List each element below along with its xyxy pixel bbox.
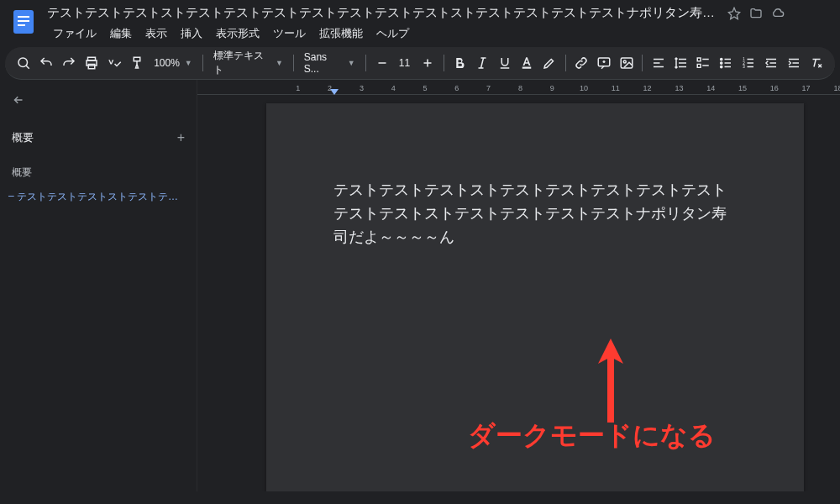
text-color-icon[interactable] [517,52,538,74]
menu-extensions[interactable]: 拡張機能 [313,24,369,44]
ruler-number: 15 [738,84,747,92]
cloud-status-icon[interactable] [771,7,785,20]
ruler-number: 16 [770,84,779,92]
ruler-number: 1 [296,84,300,92]
line-spacing-icon[interactable] [670,52,691,74]
redo-icon[interactable] [59,52,80,74]
add-summary-icon[interactable]: + [177,130,185,145]
ruler-number: 9 [550,84,554,92]
summary-label: 概要 [12,130,34,145]
svg-text:3: 3 [743,65,745,69]
decrease-indent-icon[interactable] [761,52,782,74]
increase-font-icon[interactable] [417,52,438,74]
svg-rect-3 [18,24,25,26]
menu-bar: ファイル 編集 表示 挿入 表示形式 ツール 拡張機能 ヘルプ [47,24,830,44]
separator [565,55,566,71]
bold-icon[interactable] [449,52,470,74]
menu-edit[interactable]: 編集 [104,24,138,44]
document-body-text[interactable]: テストテストテストストテストテストテストテストテストテストテストストテストテスト… [333,179,737,249]
ruler-number: 5 [423,84,427,92]
svg-point-16 [721,66,722,67]
print-icon[interactable] [81,52,102,74]
undo-icon[interactable] [36,52,57,74]
docs-logo-icon[interactable] [10,8,37,35]
separator [293,55,294,71]
separator [642,55,643,71]
align-icon[interactable] [648,52,669,74]
bulleted-list-icon[interactable] [716,52,737,74]
back-arrow-icon[interactable] [8,90,29,110]
ruler-number: 2 [328,84,332,92]
svg-rect-12 [698,58,701,61]
move-folder-icon[interactable] [749,7,763,20]
ruler-number: 7 [486,84,491,92]
ruler-number: 18 [833,84,840,92]
spellcheck-icon[interactable] [103,52,124,74]
decrease-font-icon[interactable] [371,52,393,74]
search-icon[interactable] [13,52,34,74]
ruler-number: 11 [612,84,620,92]
document-page[interactable]: テストテストテストストテストテストテストテストテストテストテストストテストテスト… [266,103,804,491]
checklist-icon[interactable] [693,52,714,74]
toolbar: 100%▼ 標準テキスト▼ Sans S...▼ 123 [5,47,835,80]
svg-point-15 [721,62,722,64]
menu-tools[interactable]: ツール [267,24,312,44]
italic-icon[interactable] [471,52,492,74]
font-size-input[interactable] [393,54,417,72]
clear-format-icon[interactable] [806,52,827,74]
ruler-number: 10 [580,84,588,92]
document-title[interactable]: テストテストテストストテストテストテストテストテストテストテストストテストテスト… [47,5,719,21]
paragraph-style-select[interactable]: 標準テキスト▼ [208,52,288,74]
svg-rect-2 [18,20,29,22]
menu-view[interactable]: 表示 [139,24,173,44]
ruler-number: 8 [518,84,522,92]
ruler-number: 17 [802,84,811,92]
svg-rect-13 [698,65,701,68]
insert-image-icon[interactable] [616,52,637,74]
svg-point-4 [18,58,28,67]
font-family-select[interactable]: Sans S...▼ [299,52,360,74]
svg-rect-8 [522,67,532,69]
highlight-icon[interactable] [539,52,560,74]
separator [365,55,366,71]
svg-rect-1 [18,16,29,18]
menu-file[interactable]: ファイル [47,24,102,44]
horizontal-ruler[interactable]: 123456789101112131415161718 [197,80,840,95]
numbered-list-icon[interactable]: 123 [738,52,759,74]
editor-area: 123456789101112131415161718 テストテストテストストテ… [197,80,840,491]
ruler-number: 6 [454,84,459,92]
ruler-number: 14 [706,84,715,92]
insert-comment-icon[interactable] [594,52,615,74]
outline-heading: 概要 [8,162,188,186]
menu-insert[interactable]: 挿入 [175,24,208,44]
ruler-number: 3 [360,84,364,92]
star-icon[interactable] [727,7,741,20]
insert-link-icon[interactable] [571,52,592,74]
paint-format-icon[interactable] [126,52,147,74]
zoom-select[interactable]: 100%▼ [149,52,197,74]
underline-icon[interactable] [494,52,515,74]
separator [444,55,444,71]
menu-format[interactable]: 表示形式 [210,24,265,44]
outline-sidebar: 概要 + 概要 テストテストテストストテストテストテストテ... [0,80,197,491]
outline-item[interactable]: テストテストテストストテストテストテストテ... [8,186,188,207]
increase-indent-icon[interactable] [783,52,804,74]
separator [202,55,203,71]
ruler-number: 13 [675,84,683,92]
ruler-number: 12 [643,84,652,92]
svg-point-11 [623,60,626,63]
svg-point-14 [721,58,722,60]
menu-help[interactable]: ヘルプ [370,24,415,44]
ruler-number: 4 [391,84,396,92]
